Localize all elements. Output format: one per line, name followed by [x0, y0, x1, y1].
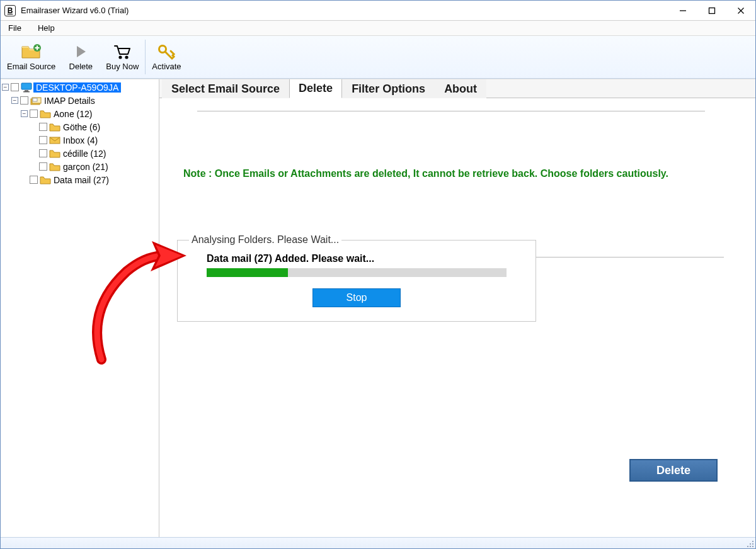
collapse-icon[interactable]: −	[2, 84, 9, 91]
email-source-label: Email Source	[7, 62, 55, 71]
tab-select-email-source[interactable]: Select Email Source	[162, 79, 289, 98]
svg-rect-16	[33, 98, 37, 101]
progress-dialog: Analysing Folders. Please Wait... Data m…	[177, 240, 536, 322]
tree-folder-label: garçon (21)	[62, 162, 110, 172]
buy-now-label: Buy Now	[106, 62, 139, 71]
maximize-icon	[708, 7, 716, 14]
tree-folder-label: Data mail (27)	[52, 175, 110, 185]
app-icon: B	[4, 5, 16, 16]
tree-node-root[interactable]: − DESKTOP-A59O9JA	[2, 81, 158, 94]
folder-tree[interactable]: − DESKTOP-A59O9JA − IMAP Details −	[1, 79, 159, 537]
desktop-icon	[21, 82, 32, 93]
maximize-button[interactable]	[697, 1, 726, 20]
tree-root-label: DESKTOP-A59O9JA	[33, 82, 121, 93]
tab-filter-options[interactable]: Filter Options	[342, 79, 435, 98]
dialog-status: Data mail (27) Added. Please wait...	[207, 253, 525, 264]
svg-point-21	[752, 543, 753, 545]
checkbox[interactable]	[39, 123, 47, 131]
resize-grip-icon[interactable]	[747, 540, 754, 548]
tree-node-aone[interactable]: − Aone (12)	[2, 107, 158, 120]
checkbox[interactable]	[11, 83, 19, 91]
menu-help[interactable]: Help	[34, 22, 59, 34]
checkbox[interactable]	[39, 149, 47, 157]
inbox-icon	[49, 135, 60, 145]
main: − DESKTOP-A59O9JA − IMAP Details −	[1, 79, 755, 537]
svg-point-25	[747, 546, 748, 547]
svg-marker-7	[77, 46, 86, 57]
window-title: Emailraser Wizard v6.0 (Trial)	[21, 6, 668, 15]
checkbox[interactable]	[39, 136, 47, 144]
folder-icon	[49, 162, 60, 172]
tabs: Select Email Source Delete Filter Option…	[159, 79, 755, 98]
tree-node-garcon[interactable]: garçon (21)	[2, 160, 158, 173]
delete-tab-page: Note : Once Emails or Attachments are de…	[159, 98, 755, 537]
minimize-icon	[679, 7, 687, 14]
svg-point-20	[752, 541, 753, 542]
titlebar: B Emailraser Wizard v6.0 (Trial)	[1, 1, 755, 21]
svg-point-8	[119, 55, 122, 59]
checkbox[interactable]	[39, 162, 47, 171]
checkbox[interactable]	[20, 96, 28, 105]
tree-folder-label: Göthe (6)	[62, 122, 101, 132]
folder-icon	[40, 175, 51, 185]
svg-rect-13	[23, 91, 30, 93]
toolbar: Email Source Delete Buy Now Activate	[1, 36, 755, 79]
tree-node-gothe[interactable]: Göthe (6)	[2, 120, 158, 133]
warning-note: Note : Once Emails or Attachments are de…	[183, 168, 736, 179]
tree-imap-label: IMAP Details	[43, 96, 96, 106]
folder-icon	[49, 122, 60, 132]
svg-rect-1	[709, 8, 715, 13]
stop-button[interactable]: Stop	[312, 288, 401, 307]
folder-icon	[40, 109, 51, 119]
menubar: File Help	[1, 21, 755, 36]
dialog-legend: Analysing Folders. Please Wait...	[189, 234, 341, 246]
close-icon	[737, 7, 745, 14]
tree-folder-label: Aone (12)	[52, 109, 93, 119]
tree-folder-label: cédille (12)	[62, 149, 107, 159]
mail-stack-icon	[30, 96, 42, 106]
menu-file[interactable]: File	[4, 22, 25, 34]
checkbox[interactable]	[30, 176, 38, 184]
checkbox[interactable]	[30, 110, 38, 118]
close-button[interactable]	[726, 1, 755, 20]
svg-rect-11	[21, 83, 32, 89]
minimize-button[interactable]	[668, 1, 697, 20]
delete-toolbar-button[interactable]: Delete	[62, 36, 100, 78]
tab-about[interactable]: About	[435, 79, 486, 98]
svg-point-23	[752, 546, 753, 547]
progress-bar	[207, 268, 507, 277]
delete-toolbar-label: Delete	[69, 62, 93, 71]
progress-fill	[207, 268, 288, 277]
activate-button[interactable]: Activate	[146, 36, 187, 78]
email-source-button[interactable]: Email Source	[1, 36, 62, 78]
activate-label: Activate	[152, 62, 181, 71]
app-window: B Emailraser Wizard v6.0 (Trial) File He…	[0, 0, 756, 549]
tree-folder-label: Inbox (4)	[62, 135, 99, 145]
key-icon	[157, 43, 176, 60]
play-icon	[72, 43, 89, 60]
svg-point-22	[750, 543, 751, 545]
folder-icon	[49, 149, 60, 159]
delete-action-button[interactable]: Delete	[629, 459, 718, 482]
collapse-icon[interactable]: −	[11, 97, 18, 104]
collapse-icon[interactable]: −	[21, 110, 28, 117]
folder-plus-icon	[21, 43, 42, 60]
tree-node-imap[interactable]: − IMAP Details	[2, 94, 158, 107]
divider-top	[197, 111, 705, 111]
tree-node-inbox[interactable]: Inbox (4)	[2, 133, 158, 147]
tree-node-cedille[interactable]: cédille (12)	[2, 147, 158, 160]
tab-delete[interactable]: Delete	[289, 79, 342, 98]
window-controls	[668, 1, 755, 20]
statusbar	[1, 537, 755, 548]
buy-now-button[interactable]: Buy Now	[100, 36, 145, 78]
cart-icon	[113, 43, 132, 60]
svg-point-9	[125, 55, 129, 59]
content-area: Select Email Source Delete Filter Option…	[159, 79, 755, 537]
tree-node-datamail[interactable]: Data mail (27)	[2, 173, 158, 186]
svg-rect-12	[25, 90, 28, 91]
svg-point-24	[750, 546, 751, 547]
